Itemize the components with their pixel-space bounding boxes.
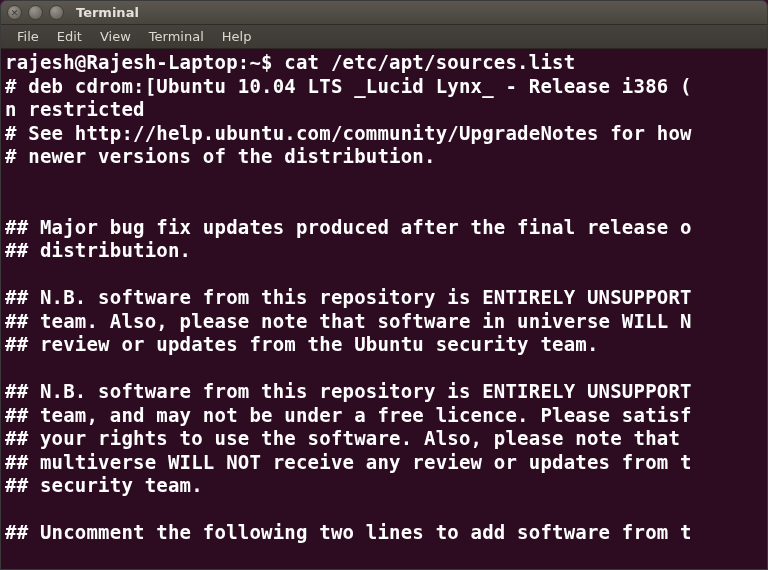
output-line: ## Major bug fix updates produced after … — [5, 216, 692, 238]
titlebar[interactable]: ✕ Terminal — [1, 1, 767, 25]
menu-terminal[interactable]: Terminal — [141, 27, 212, 46]
menu-edit[interactable]: Edit — [49, 27, 90, 46]
menu-file[interactable]: File — [9, 27, 47, 46]
maximize-icon[interactable] — [49, 5, 64, 20]
menu-help[interactable]: Help — [214, 27, 260, 46]
output-line: # See http://help.ubuntu.com/community/U… — [5, 122, 692, 144]
output-line: ## team, and may not be under a free lic… — [5, 404, 692, 426]
output-line: n restricted — [5, 98, 145, 120]
menu-view[interactable]: View — [92, 27, 139, 46]
output-line: # newer versions of the distribution. — [5, 145, 436, 167]
terminal-output[interactable]: rajesh@Rajesh-Laptop:~$ cat /etc/apt/sou… — [1, 49, 767, 569]
output-line: # deb cdrom:[Ubuntu 10.04 LTS _Lucid Lyn… — [5, 75, 692, 97]
command-text: cat /etc/apt/sources.list — [284, 51, 575, 73]
minimize-icon[interactable] — [28, 5, 43, 20]
close-icon[interactable]: ✕ — [7, 5, 22, 20]
terminal-window: ✕ Terminal File Edit View Terminal Help … — [0, 0, 768, 570]
output-line: ## N.B. software from this repository is… — [5, 380, 692, 402]
output-line: ## multiverse WILL NOT receive any revie… — [5, 451, 692, 473]
output-line: ## team. Also, please note that software… — [5, 310, 692, 332]
output-line: ## N.B. software from this repository is… — [5, 286, 692, 308]
window-title: Terminal — [76, 5, 139, 20]
output-line: ## security team. — [5, 474, 203, 496]
output-line: ## your rights to use the software. Also… — [5, 427, 692, 449]
output-line: ## distribution. — [5, 239, 191, 261]
menubar: File Edit View Terminal Help — [1, 25, 767, 49]
output-line: ## review or updates from the Ubuntu sec… — [5, 333, 599, 355]
output-line: ## Uncomment the following two lines to … — [5, 521, 692, 543]
prompt-text: rajesh@Rajesh-Laptop:~$ — [5, 51, 284, 73]
